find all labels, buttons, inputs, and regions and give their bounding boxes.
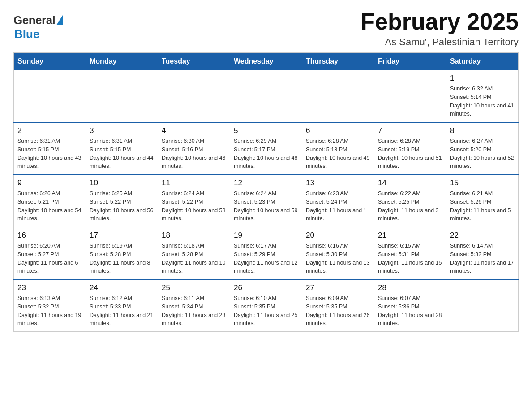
calendar-cell: 4Sunrise: 6:30 AMSunset: 5:16 PMDaylight… [158,122,230,175]
calendar-cell: 24Sunrise: 6:12 AMSunset: 5:33 PMDayligh… [86,279,158,332]
calendar-cell: 18Sunrise: 6:18 AMSunset: 5:28 PMDayligh… [158,227,230,279]
calendar-cell: 10Sunrise: 6:25 AMSunset: 5:22 PMDayligh… [86,175,158,227]
day-number: 13 [306,179,370,188]
day-number: 22 [450,231,515,240]
day-info: Sunrise: 6:09 AMSunset: 5:35 PMDaylight:… [306,294,370,328]
day-info: Sunrise: 6:28 AMSunset: 5:18 PMDaylight:… [306,137,370,171]
day-number: 21 [378,231,442,240]
calendar-cell: 27Sunrise: 6:09 AMSunset: 5:35 PMDayligh… [302,279,374,332]
day-info: Sunrise: 6:20 AMSunset: 5:27 PMDaylight:… [17,242,82,275]
day-number: 4 [162,126,226,135]
calendar-cell [374,70,446,123]
header-friday: Friday [374,53,446,70]
calendar-cell [302,70,374,123]
day-number: 15 [450,179,515,188]
day-number: 23 [17,283,82,292]
day-info: Sunrise: 6:29 AMSunset: 5:17 PMDaylight:… [234,137,298,171]
calendar-subtitle: As Samu', Palestinian Territory [360,36,519,48]
calendar-week-row: 1Sunrise: 6:32 AMSunset: 5:14 PMDaylight… [14,70,519,123]
calendar-cell: 13Sunrise: 6:23 AMSunset: 5:24 PMDayligh… [302,175,374,227]
calendar-week-row: 16Sunrise: 6:20 AMSunset: 5:27 PMDayligh… [14,227,519,279]
day-number: 25 [162,283,226,292]
calendar-cell: 3Sunrise: 6:31 AMSunset: 5:15 PMDaylight… [86,122,158,175]
calendar-cell: 9Sunrise: 6:26 AMSunset: 5:21 PMDaylight… [14,175,86,227]
day-info: Sunrise: 6:19 AMSunset: 5:28 PMDaylight:… [90,242,154,275]
calendar-cell: 25Sunrise: 6:11 AMSunset: 5:34 PMDayligh… [158,279,230,332]
day-info: Sunrise: 6:25 AMSunset: 5:22 PMDaylight:… [90,189,154,223]
calendar-cell: 12Sunrise: 6:24 AMSunset: 5:23 PMDayligh… [230,175,302,227]
calendar-cell: 1Sunrise: 6:32 AMSunset: 5:14 PMDaylight… [446,70,519,123]
calendar-cell: 14Sunrise: 6:22 AMSunset: 5:25 PMDayligh… [374,175,446,227]
day-number: 3 [90,126,154,135]
calendar-cell: 17Sunrise: 6:19 AMSunset: 5:28 PMDayligh… [86,227,158,279]
day-info: Sunrise: 6:22 AMSunset: 5:25 PMDaylight:… [378,189,442,223]
calendar-cell: 22Sunrise: 6:14 AMSunset: 5:32 PMDayligh… [446,227,519,279]
calendar-cell [86,70,158,123]
calendar-cell: 15Sunrise: 6:21 AMSunset: 5:26 PMDayligh… [446,175,519,227]
calendar-cell: 7Sunrise: 6:28 AMSunset: 5:19 PMDaylight… [374,122,446,175]
logo-triangle-icon [56,15,63,25]
day-number: 10 [90,179,154,188]
header-wednesday: Wednesday [230,53,302,70]
day-number: 24 [90,283,154,292]
day-number: 5 [234,126,298,135]
day-number: 20 [306,231,370,240]
day-info: Sunrise: 6:11 AMSunset: 5:34 PMDaylight:… [162,294,226,328]
day-info: Sunrise: 6:28 AMSunset: 5:19 PMDaylight:… [378,137,442,171]
day-number: 26 [234,283,298,292]
calendar-cell: 2Sunrise: 6:31 AMSunset: 5:15 PMDaylight… [14,122,86,175]
day-number: 18 [162,231,226,240]
calendar-cell [14,70,86,123]
day-info: Sunrise: 6:12 AMSunset: 5:33 PMDaylight:… [90,294,154,328]
calendar-cell: 6Sunrise: 6:28 AMSunset: 5:18 PMDaylight… [302,122,374,175]
header-saturday: Saturday [446,53,519,70]
logo: General Blue [13,13,63,41]
day-number: 28 [378,283,442,292]
day-number: 7 [378,126,442,135]
day-info: Sunrise: 6:10 AMSunset: 5:35 PMDaylight:… [234,294,298,328]
day-number: 9 [17,179,82,188]
calendar-cell: 16Sunrise: 6:20 AMSunset: 5:27 PMDayligh… [14,227,86,279]
day-info: Sunrise: 6:31 AMSunset: 5:15 PMDaylight:… [17,137,82,171]
calendar-cell [446,279,519,332]
calendar-cell: 20Sunrise: 6:16 AMSunset: 5:30 PMDayligh… [302,227,374,279]
header-sunday: Sunday [14,53,86,70]
calendar-cell: 23Sunrise: 6:13 AMSunset: 5:32 PMDayligh… [14,279,86,332]
day-info: Sunrise: 6:14 AMSunset: 5:32 PMDaylight:… [450,242,515,275]
header-tuesday: Tuesday [158,53,230,70]
title-area: February 2025 As Samu', Palestinian Terr… [360,9,519,48]
day-info: Sunrise: 6:07 AMSunset: 5:36 PMDaylight:… [378,294,442,328]
header-monday: Monday [86,53,158,70]
day-info: Sunrise: 6:16 AMSunset: 5:30 PMDaylight:… [306,242,370,275]
day-info: Sunrise: 6:26 AMSunset: 5:21 PMDaylight:… [17,189,82,223]
day-number: 1 [450,74,515,83]
calendar-week-row: 9Sunrise: 6:26 AMSunset: 5:21 PMDaylight… [14,175,519,227]
logo-general-text: General [13,13,55,27]
day-info: Sunrise: 6:30 AMSunset: 5:16 PMDaylight:… [162,137,226,171]
logo-blue-text: Blue [14,27,39,41]
day-number: 27 [306,283,370,292]
day-number: 14 [378,179,442,188]
day-info: Sunrise: 6:24 AMSunset: 5:23 PMDaylight:… [234,189,298,223]
calendar-cell: 21Sunrise: 6:15 AMSunset: 5:31 PMDayligh… [374,227,446,279]
day-info: Sunrise: 6:24 AMSunset: 5:22 PMDaylight:… [162,189,226,223]
calendar-week-row: 2Sunrise: 6:31 AMSunset: 5:15 PMDaylight… [14,122,519,175]
day-number: 16 [17,231,82,240]
calendar-week-row: 23Sunrise: 6:13 AMSunset: 5:32 PMDayligh… [14,279,519,332]
calendar-cell: 8Sunrise: 6:27 AMSunset: 5:20 PMDaylight… [446,122,519,175]
calendar-cell: 26Sunrise: 6:10 AMSunset: 5:35 PMDayligh… [230,279,302,332]
day-info: Sunrise: 6:27 AMSunset: 5:20 PMDaylight:… [450,137,515,171]
day-info: Sunrise: 6:32 AMSunset: 5:14 PMDaylight:… [450,85,515,118]
day-info: Sunrise: 6:17 AMSunset: 5:29 PMDaylight:… [234,242,298,275]
calendar-table: Sunday Monday Tuesday Wednesday Thursday… [13,52,519,332]
calendar-cell [158,70,230,123]
day-number: 11 [162,179,226,188]
calendar-cell [230,70,302,123]
page-header: General Blue February 2025 As Samu', Pal… [13,9,519,48]
day-info: Sunrise: 6:18 AMSunset: 5:28 PMDaylight:… [162,242,226,275]
day-info: Sunrise: 6:31 AMSunset: 5:15 PMDaylight:… [90,137,154,171]
day-number: 2 [17,126,82,135]
calendar-cell: 19Sunrise: 6:17 AMSunset: 5:29 PMDayligh… [230,227,302,279]
day-number: 17 [90,231,154,240]
day-info: Sunrise: 6:13 AMSunset: 5:32 PMDaylight:… [17,294,82,328]
